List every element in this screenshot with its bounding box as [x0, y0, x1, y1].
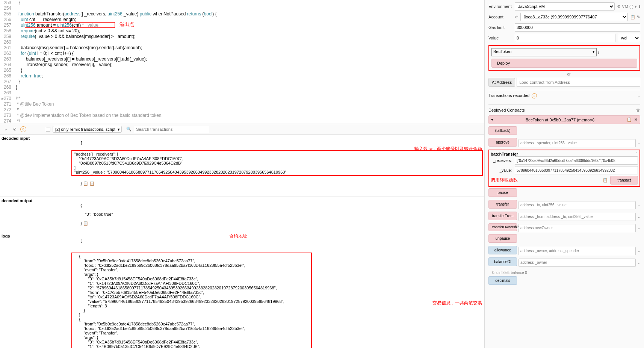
allowance-input[interactable]	[519, 247, 636, 255]
chevron-down-icon[interactable]: ⌄	[2, 126, 9, 133]
transfer-button[interactable]: transfer	[488, 200, 517, 209]
transact-button[interactable]: transact	[610, 176, 638, 185]
copy-icon[interactable]: } 📋	[80, 221, 88, 225]
approve-input[interactable]	[519, 139, 636, 147]
environment-select[interactable]: JavaScript VM	[515, 2, 615, 11]
deployed-instance-title: BecToken at 0x5b0...2aa77 (memory)	[526, 118, 594, 122]
value-unit-select[interactable]: wei	[618, 34, 640, 42]
deploy-section-highlight: BecToken i Deploy 部署BecToken合约	[488, 45, 640, 71]
trash-icon[interactable]: 🗑	[636, 108, 640, 112]
transact-annotation: 调用转账函数	[491, 177, 518, 183]
value-param-label: _value:	[491, 168, 513, 172]
cancel-icon[interactable]: ⊘	[11, 126, 18, 133]
input-annotation: 输入数据，两个账号以及转账金额	[414, 146, 482, 152]
gas-limit-input[interactable]	[515, 23, 640, 32]
transferfrom-button[interactable]: transferFrom	[488, 212, 517, 220]
chevron-down-icon[interactable]: ⌄	[637, 94, 640, 98]
balanceof-return: 0: uint256: balance 0	[488, 269, 640, 276]
or-label: or	[497, 72, 640, 76]
tx-recorded-label: Transactions recorded:	[488, 93, 531, 98]
chevron-up-icon[interactable]: ⌃	[635, 152, 638, 156]
balanceof-input[interactable]	[519, 259, 636, 267]
chevron-down-icon[interactable]: ⌄	[637, 141, 640, 145]
receivers-input[interactable]	[515, 156, 638, 165]
account-label: Account	[488, 15, 512, 19]
batchtransfer-highlight: batchTransfer⌃ _receivers: _value: 调用转账函…	[488, 150, 640, 187]
console-output: decoded input { "address[] _receivers": …	[0, 135, 484, 348]
chevron-down-icon[interactable]: ⌄	[637, 260, 640, 265]
edit-icon[interactable]: ✎	[637, 15, 640, 20]
contract-address-annotation: 合约地址	[229, 233, 247, 239]
search-icon: 🔍	[126, 127, 132, 132]
deploy-button[interactable]: Deploy	[491, 59, 637, 68]
at-address-button[interactable]: At Address	[488, 78, 515, 87]
fallback-button[interactable]: (fallback)	[488, 126, 517, 135]
transferownership-input[interactable]	[519, 224, 636, 232]
decoded-input-box: "address[] _receivers": [ "0x14723A09ACf…	[71, 150, 483, 176]
value-label: Value	[488, 36, 512, 40]
contract-select[interactable]: BecToken	[491, 48, 597, 56]
transferfrom-input[interactable]	[519, 213, 636, 221]
copy-icon[interactable]: 📋	[627, 117, 632, 122]
value-param-input[interactable]	[515, 166, 638, 174]
decimals-button[interactable]: decimals	[488, 276, 517, 285]
transfer-input[interactable]	[519, 201, 636, 209]
info-icon[interactable]: i	[598, 50, 599, 54]
unpause-button[interactable]: unpause	[488, 234, 517, 243]
copy-icon[interactable]: 📋	[603, 178, 608, 183]
logs-annotation: 交易信息，一共两笔交易	[432, 300, 482, 306]
brace: {	[80, 141, 82, 145]
close-icon[interactable]: ✕	[634, 117, 638, 122]
value-input[interactable]	[515, 34, 615, 42]
info-icon[interactable]: i	[639, 4, 640, 9]
environment-label: Environment	[488, 4, 512, 9]
console-toolbar: ⌄ ⊘ 0 [2] only remix transactions, scrip…	[0, 124, 484, 135]
allowance-button[interactable]: allowance	[488, 246, 517, 254]
at-address-input[interactable]	[517, 78, 640, 87]
batchtransfer-label: batchTransfer	[491, 152, 518, 156]
filter-dropdown[interactable]: [2] only remix transactions, script	[53, 126, 122, 133]
deployed-instance-header[interactable]: ▾ BecToken at 0x5b0...2aa77 (memory) 📋✕	[488, 115, 640, 124]
pending-tx-badge: 0	[20, 126, 26, 132]
search-input[interactable]	[134, 126, 209, 133]
overflow-annotation: 溢出点	[119, 21, 134, 27]
balanceof-button[interactable]: balanceOf	[488, 257, 517, 266]
logs-label: logs	[0, 232, 60, 348]
chevron-down-icon[interactable]: ⌄	[637, 203, 640, 207]
logs-box: { "from": "0x5b0c9dc0afe417858dcc8db5269…	[71, 253, 312, 348]
decoded-output-label: decoded output	[0, 197, 60, 232]
chevron-down-icon[interactable]: ⌄	[637, 215, 640, 219]
listen-checkbox[interactable]	[46, 127, 50, 132]
pause-button[interactable]: pause	[488, 188, 517, 197]
receivers-label: _receivers:	[491, 159, 513, 163]
decoded-input-label: decoded input	[0, 135, 60, 197]
approve-button[interactable]: approve	[488, 138, 517, 147]
vm-fork-label[interactable]: ⚙ VM (-) ▾	[617, 4, 637, 9]
chevron-down-icon[interactable]: ⌄	[637, 226, 640, 230]
deployed-contracts-label: Deployed Contracts	[488, 108, 525, 112]
refresh-icon[interactable]: ⟳	[515, 15, 518, 20]
copy-icon[interactable]: } 📋 📋	[80, 181, 95, 186]
tx-count-badge: 2	[532, 93, 537, 98]
code-editor[interactable]: 2532542552562572582592602612622632642652…	[0, 0, 484, 124]
deploy-panel: Environment JavaScript VM ⚙ VM (-) ▾ i A…	[485, 0, 644, 348]
account-select[interactable]: 0xca3...a733c (99.99999999997776407	[520, 13, 628, 21]
transferownership-button[interactable]: transferOwnership	[488, 223, 517, 231]
gas-limit-label: Gas limit	[488, 25, 512, 30]
copy-icon[interactable]: 📋	[630, 15, 635, 20]
chevron-down-icon[interactable]: ⌄	[637, 249, 640, 253]
